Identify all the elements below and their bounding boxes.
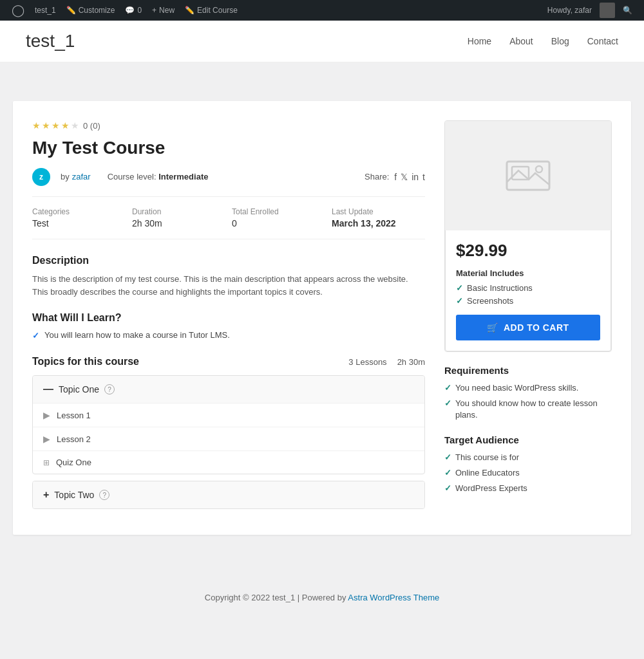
- customize-button[interactable]: ✏️ Customize: [61, 0, 120, 21]
- topics-title: Topics for this course: [32, 356, 139, 367]
- req-item-1: ✓ You should know how to create lesson p…: [444, 398, 612, 421]
- share-label: Share:: [365, 172, 389, 181]
- course-title: My Test Course: [32, 137, 425, 159]
- topic-info-icon[interactable]: ?: [104, 384, 115, 394]
- cart-icon: 🛒: [487, 322, 498, 333]
- material-item-text-1: Screenshots: [467, 296, 513, 306]
- site-name-button[interactable]: test_1: [30, 0, 61, 21]
- target-item-1: ✓ Online Educators: [444, 467, 612, 479]
- howdy-text: Howdy, zafar: [542, 6, 597, 15]
- topic-two-info-icon[interactable]: ?: [99, 490, 109, 500]
- nav-contact[interactable]: Contact: [587, 36, 618, 46]
- site-footer: Copyright © 2022 test_1 | Powered by Ast…: [0, 573, 644, 622]
- site-title[interactable]: test_1: [26, 31, 75, 51]
- nav-home[interactable]: Home: [468, 36, 491, 46]
- material-item-0: ✓ Basic Instructions: [456, 283, 600, 293]
- footer-theme-link[interactable]: Astra WordPress Theme: [348, 593, 439, 602]
- wp-icon: ◯: [12, 3, 24, 17]
- topic-one-name: Topic One: [59, 384, 99, 394]
- quiz-one-name: Quiz One: [56, 458, 91, 467]
- admin-bar-right: Howdy, zafar 🔍: [542, 3, 638, 18]
- quiz-one-item: ⊞ Quiz One: [33, 450, 424, 474]
- star-rating: ★ ★ ★ ★ ★: [32, 120, 79, 131]
- comments-icon: 💬: [125, 6, 135, 15]
- target-text-2: WordPress Experts: [455, 483, 527, 494]
- wp-logo-button[interactable]: ◯: [6, 0, 30, 21]
- star-3: ★: [52, 120, 60, 131]
- topics-meta: 3 Lessons 2h 30m: [348, 357, 425, 367]
- author-info: by zafar: [61, 172, 91, 181]
- topics-lessons-count: 3 Lessons: [348, 357, 386, 367]
- material-title: Material Includes: [456, 268, 600, 278]
- facebook-share-icon[interactable]: f: [394, 172, 397, 182]
- svg-point-2: [536, 166, 542, 172]
- description-title: Description: [32, 255, 425, 266]
- course-sidebar: $29.99 Material Includes ✓ Basic Instruc…: [444, 120, 612, 498]
- description-text: This is the description of my test cours…: [32, 273, 425, 300]
- enrolled-label: Total Enrolled: [232, 207, 325, 216]
- admin-avatar[interactable]: [600, 3, 615, 18]
- linkedin-share-icon[interactable]: in: [412, 172, 419, 182]
- author-name-link[interactable]: zafar: [72, 172, 91, 181]
- nav-blog[interactable]: Blog: [551, 36, 569, 46]
- search-icon[interactable]: 🔍: [618, 6, 638, 15]
- collapse-icon: —: [43, 384, 53, 395]
- tumblr-share-icon[interactable]: t: [422, 172, 425, 182]
- categories-label: Categories: [32, 207, 126, 216]
- edit-icon: ✏️: [185, 6, 194, 15]
- rating-row: ★ ★ ★ ★ ★ 0 (0): [32, 120, 425, 131]
- target-check-icon-1: ✓: [444, 467, 451, 479]
- topics-header: Topics for this course 3 Lessons 2h 30m: [32, 356, 425, 367]
- learn-title: What Will I Learn?: [32, 312, 425, 324]
- duration-value: 2h 30m: [132, 218, 225, 228]
- course-main: ★ ★ ★ ★ ★ 0 (0) My Test Course z: [32, 120, 425, 515]
- enrolled-value: 0: [232, 218, 325, 228]
- share-icons: f 𝕏 in t: [394, 172, 425, 182]
- new-button[interactable]: + New: [147, 0, 180, 21]
- share-row: Share: f 𝕏 in t: [365, 172, 425, 182]
- target-check-icon-2: ✓: [444, 483, 451, 494]
- edit-course-label: Edit Course: [197, 6, 238, 15]
- course-layout: ★ ★ ★ ★ ★ 0 (0) My Test Course z: [32, 120, 612, 515]
- material-check-icon-0: ✓: [456, 283, 463, 293]
- target-item-2: ✓ WordPress Experts: [444, 483, 612, 494]
- edit-course-button[interactable]: ✏️ Edit Course: [180, 0, 243, 21]
- nav-about[interactable]: About: [509, 36, 533, 46]
- author-row: z by zafar Course level: Intermediate Sh…: [32, 168, 425, 197]
- lesson-icon: ▶: [43, 434, 50, 444]
- target-check-icon-0: ✓: [444, 452, 451, 463]
- topic-two-box: + Topic Two ?: [32, 481, 425, 509]
- meta-duration: Duration 2h 30m: [132, 207, 225, 228]
- material-item-1: ✓ Screenshots: [456, 296, 600, 306]
- sidebar-price-box: $29.99 Material Includes ✓ Basic Instruc…: [445, 230, 611, 351]
- plus-icon: +: [152, 6, 156, 15]
- topic-two-name: Topic Two: [54, 490, 94, 500]
- target-item-0: ✓ This course is for: [444, 452, 612, 463]
- site-name-label: test_1: [35, 6, 56, 15]
- copyright-text: Copyright © 2022 test_1 | Powered by: [205, 593, 346, 602]
- image-placeholder-icon: [506, 156, 551, 195]
- req-check-icon-0: ✓: [444, 382, 451, 394]
- meta-grid: Categories Test Duration 2h 30m Total En…: [32, 207, 425, 239]
- target-audience-section: Target Audience ✓ This course is for ✓ O…: [444, 434, 612, 495]
- topic-one-header[interactable]: — Topic One ?: [33, 376, 424, 403]
- add-to-cart-label: ADD TO CART: [504, 322, 569, 333]
- course-price: $29.99: [456, 241, 600, 261]
- duration-label: Duration: [132, 207, 225, 216]
- course-image-box: $29.99 Material Includes ✓ Basic Instruc…: [444, 120, 612, 352]
- topic-two-header[interactable]: + Topic Two ?: [33, 481, 424, 508]
- comments-button[interactable]: 💬 0: [120, 0, 147, 21]
- learn-item-text: You will learn how to make a course in T…: [44, 330, 230, 340]
- requirements-title: Requirements: [444, 365, 612, 376]
- star-4: ★: [61, 120, 70, 131]
- last-update-value: March 13, 2022: [332, 218, 425, 228]
- site-header: test_1 Home About Blog Contact: [0, 21, 644, 62]
- categories-value: Test: [32, 218, 126, 228]
- customize-label: Customize: [79, 6, 115, 15]
- req-item-0: ✓ You need basic WordPress skills.: [444, 382, 612, 394]
- req-text-0: You need basic WordPress skills.: [455, 382, 578, 394]
- lesson-icon: ▶: [43, 410, 50, 420]
- add-to-cart-button[interactable]: 🛒 ADD TO CART: [456, 315, 600, 340]
- main-content: ★ ★ ★ ★ ★ 0 (0) My Test Course z: [13, 101, 631, 535]
- twitter-share-icon[interactable]: 𝕏: [401, 172, 408, 182]
